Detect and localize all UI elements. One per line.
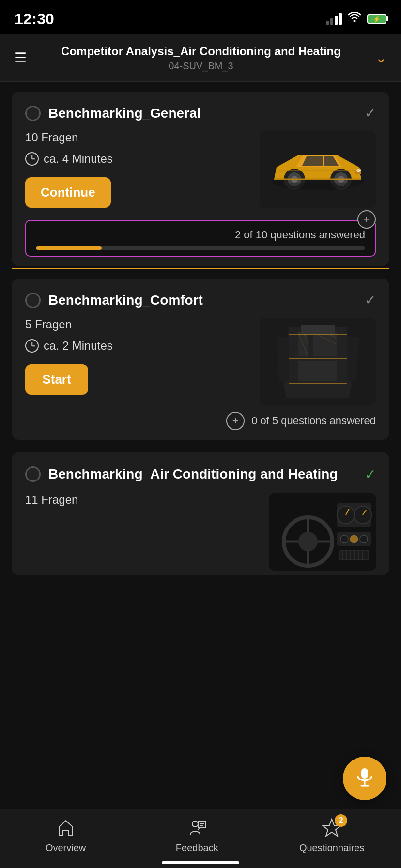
divider-2 bbox=[12, 442, 389, 442]
signal-icon bbox=[326, 13, 342, 25]
section-circle-icon-comfort bbox=[25, 293, 41, 308]
svg-point-28 bbox=[340, 535, 348, 543]
svg-rect-31 bbox=[339, 550, 369, 560]
nav-item-overview[interactable]: Overview bbox=[37, 817, 95, 853]
clock-icon-comfort bbox=[25, 339, 39, 353]
bottom-nav: Overview Feedback 2 Questionnaires bbox=[0, 809, 401, 868]
divider-1 bbox=[12, 268, 389, 269]
section-title-general: Benchmarking_General bbox=[48, 106, 200, 121]
nav-label-overview: Overview bbox=[46, 842, 86, 853]
svg-point-0 bbox=[354, 20, 356, 22]
fragen-general: 10 Fragen bbox=[25, 131, 250, 144]
seat-image bbox=[260, 318, 376, 405]
section-header-comfort: Benchmarking_Comfort ✓ bbox=[25, 292, 376, 308]
star-icon: 2 bbox=[321, 817, 342, 838]
status-icons: ⚡ bbox=[326, 12, 386, 26]
section-circle-icon-general bbox=[25, 106, 41, 121]
nav-label-questionnaires: Questionnaires bbox=[299, 842, 365, 853]
start-button[interactable]: Start bbox=[25, 364, 88, 395]
status-time: 12:30 bbox=[15, 10, 54, 28]
section-circle-icon-aircon bbox=[25, 466, 41, 482]
continue-button[interactable]: Continue bbox=[25, 177, 111, 208]
svg-point-30 bbox=[360, 535, 368, 543]
section-title-comfort: Benchmarking_Comfort bbox=[48, 293, 203, 308]
benchmarking-general-card: Benchmarking_General ✓ 10 Fragen ca. 4 M… bbox=[12, 92, 389, 266]
section-header-aircon: Benchmarking_Air Conditioning and Heatin… bbox=[25, 465, 376, 483]
progress-section-general: + 2 of 10 questions answered bbox=[25, 220, 376, 257]
hamburger-icon[interactable]: ☰ bbox=[15, 50, 27, 66]
wifi-icon bbox=[348, 12, 361, 26]
section-header-general: Benchmarking_General ✓ bbox=[25, 105, 376, 121]
nav-item-questionnaires[interactable]: 2 Questionnaires bbox=[299, 817, 365, 853]
app-header: ☰ Competitor Analysis_Air Conditioning a… bbox=[0, 34, 401, 82]
progress-box-general: 2 of 10 questions answered bbox=[25, 220, 376, 257]
checkmark-general: ✓ bbox=[365, 105, 376, 121]
time-comfort: ca. 2 Minutes bbox=[44, 339, 113, 353]
clock-icon-general bbox=[25, 152, 39, 166]
progress-bar-general bbox=[36, 246, 365, 250]
section-body-general: 10 Fragen ca. 4 Minutes Continue bbox=[25, 131, 376, 208]
nav-label-feedback: Feedback bbox=[176, 842, 218, 853]
time-general: ca. 4 Minutes bbox=[44, 152, 113, 166]
expand-general-button[interactable]: + bbox=[357, 210, 376, 229]
fragen-comfort: 5 Fragen bbox=[25, 318, 250, 331]
fragen-aircon: 11 Fragen bbox=[25, 493, 260, 507]
main-content: Benchmarking_General ✓ 10 Fragen ca. 4 M… bbox=[0, 82, 401, 672]
microphone-icon bbox=[355, 767, 375, 790]
svg-point-17 bbox=[298, 532, 318, 551]
header-title-block: Competitor Analysis_Air Conditioning and… bbox=[36, 44, 366, 72]
home-icon bbox=[55, 817, 77, 838]
battery-icon: ⚡ bbox=[367, 14, 386, 24]
progress-fill-general bbox=[36, 246, 102, 250]
progress-label-comfort: 0 of 5 questions answered bbox=[251, 415, 376, 427]
svg-point-38 bbox=[350, 535, 358, 543]
checkmark-aircon: ✓ bbox=[365, 466, 376, 482]
benchmarking-comfort-card: Benchmarking_Comfort ✓ 5 Fragen ca. 2 Mi… bbox=[12, 279, 389, 440]
questionnaires-badge: 2 bbox=[335, 814, 347, 827]
home-indicator bbox=[162, 861, 239, 864]
aircon-image bbox=[269, 493, 376, 571]
feedback-icon bbox=[186, 817, 208, 838]
expand-comfort-button[interactable]: + bbox=[226, 412, 245, 430]
header-title: Competitor Analysis_Air Conditioning and… bbox=[36, 44, 366, 59]
svg-rect-43 bbox=[198, 821, 206, 828]
checkmark-comfort: ✓ bbox=[365, 292, 376, 308]
svg-rect-39 bbox=[361, 768, 368, 779]
nav-item-feedback[interactable]: Feedback bbox=[168, 817, 226, 853]
section-body-comfort: 5 Fragen ca. 2 Minutes Start bbox=[25, 318, 376, 405]
status-bar: 12:30 ⚡ bbox=[0, 0, 401, 34]
progress-label-general: 2 of 10 questions answered bbox=[36, 229, 365, 241]
svg-point-42 bbox=[192, 821, 198, 827]
chevron-down-icon[interactable]: ⌄ bbox=[375, 50, 386, 66]
microphone-fab[interactable] bbox=[343, 757, 386, 800]
progress-row-comfort: + 0 of 5 questions answered bbox=[25, 405, 376, 435]
car-image bbox=[260, 131, 376, 208]
section-title-aircon: Benchmarking_Air Conditioning and Heatin… bbox=[48, 465, 338, 483]
header-subtitle: 04-SUV_BM_3 bbox=[36, 61, 366, 72]
benchmarking-aircon-card: Benchmarking_Air Conditioning and Heatin… bbox=[12, 452, 389, 575]
section-body-aircon: 11 Fragen bbox=[25, 493, 376, 571]
